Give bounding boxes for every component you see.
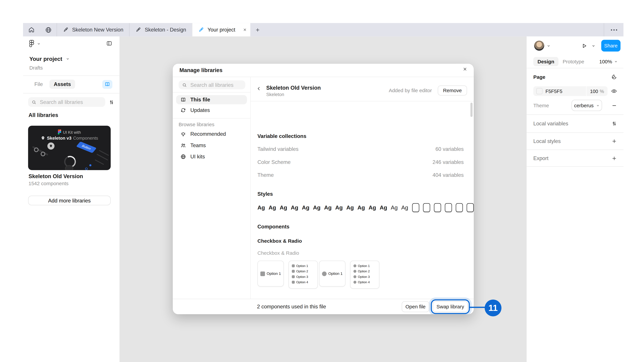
refresh-icon xyxy=(180,107,186,113)
chevron-down-icon xyxy=(614,60,618,63)
text-style-preview: Ag xyxy=(391,204,398,211)
nav-section-title: Browse libraries xyxy=(178,121,214,127)
panel-toggle-icon[interactable] xyxy=(106,40,112,46)
close-tab-icon[interactable] xyxy=(243,28,247,32)
page-section-header: Page xyxy=(526,68,624,86)
radio-option: Option 3 xyxy=(354,274,379,280)
left-sidebar: Your project Drafts File Assets xyxy=(23,36,120,362)
chevron-down-icon[interactable] xyxy=(547,44,550,48)
modal-scrollbar[interactable] xyxy=(470,103,472,117)
minus-icon[interactable] xyxy=(611,102,617,108)
modal-search[interactable] xyxy=(178,80,245,89)
browse-community-button[interactable] xyxy=(40,23,57,36)
play-icon[interactable] xyxy=(581,42,588,49)
tab-assets[interactable]: Assets xyxy=(50,80,75,89)
file-pen-icon xyxy=(63,27,69,33)
theme-select[interactable]: cerberus xyxy=(572,100,602,111)
sliders-icon[interactable] xyxy=(611,121,617,126)
radio-icon xyxy=(354,265,356,268)
chevron-down-icon[interactable] xyxy=(592,44,596,48)
nav-item-teams[interactable]: Teams xyxy=(176,141,247,150)
thumbnail-line2: Skeleton v3 Components xyxy=(28,135,111,140)
nav-item-ui-kits[interactable]: UI kits xyxy=(176,152,247,161)
new-tab-button[interactable] xyxy=(250,23,265,36)
option-label: Option 2 xyxy=(358,270,370,273)
section-local-variables[interactable]: Local variables xyxy=(526,115,624,133)
remove-button[interactable]: Remove xyxy=(438,85,467,95)
thumbnail-line1: UI Kit with xyxy=(28,130,111,135)
option-label: Option 1 xyxy=(328,272,342,276)
option-label: Option 1 xyxy=(358,264,370,268)
divider xyxy=(526,111,624,115)
thumbnail-art xyxy=(90,164,92,166)
component-card-checkbox-single[interactable]: Option 1 xyxy=(258,261,284,287)
tab-label: Skeleton - Design xyxy=(145,27,186,33)
tab-file[interactable]: File xyxy=(30,80,47,89)
close-icon[interactable] xyxy=(462,67,468,72)
swap-library-button[interactable]: Swap library xyxy=(433,301,468,312)
detail-scroll-area[interactable]: Variable collections Tailwind variables … xyxy=(251,101,474,299)
libraries-button[interactable] xyxy=(102,80,112,89)
modal-search-input[interactable] xyxy=(190,81,242,88)
main-menu-button[interactable] xyxy=(29,40,41,48)
tab-prototype[interactable]: Prototype xyxy=(558,57,588,66)
home-button[interactable] xyxy=(23,23,40,36)
page-opacity-field[interactable]: 100 % xyxy=(587,86,608,96)
component-card-radio-single[interactable]: Option 1 xyxy=(319,261,346,287)
nav-item-updates[interactable]: Updates xyxy=(176,106,247,115)
plus-icon[interactable] xyxy=(611,138,617,144)
plus-icon[interactable] xyxy=(611,155,617,161)
add-libraries-button[interactable]: Add more libraries xyxy=(28,196,111,205)
more-icon xyxy=(611,29,617,30)
library-detail-panel: Skeleton Old Version Skeleton Added by f… xyxy=(251,77,474,300)
checkbox-icon xyxy=(292,265,295,268)
tab-design[interactable]: Design xyxy=(533,57,558,66)
variable-row: Color Scheme 246 variables xyxy=(258,159,464,165)
color-swatch[interactable] xyxy=(536,88,543,94)
book-icon xyxy=(104,81,110,87)
radio-icon xyxy=(354,270,356,273)
page-color-field[interactable]: F5F5F5 xyxy=(533,86,586,96)
tab-skeleton-new-version[interactable]: Skeleton New Version xyxy=(57,23,129,36)
search-input[interactable] xyxy=(39,99,102,105)
section-export[interactable]: Export xyxy=(526,150,624,167)
library-thumbnail[interactable]: UI Kit with Skeleton v3 Components xyxy=(28,126,111,170)
right-sidebar: Share Design Prototype 100% Page xyxy=(526,36,624,362)
radio-option: Option 1 xyxy=(354,263,379,269)
library-meta: 1542 components xyxy=(28,181,68,187)
nav-item-recommended[interactable]: Recommended xyxy=(176,130,247,139)
tab-your-project[interactable]: Your project xyxy=(192,23,250,36)
share-button[interactable]: Share xyxy=(601,40,620,52)
project-title[interactable]: Your project xyxy=(29,56,70,62)
filter-icon[interactable] xyxy=(109,99,114,105)
tab-skeleton-design[interactable]: Skeleton - Design xyxy=(129,23,192,36)
topbar: Skeleton New Version Skeleton - Design Y… xyxy=(23,23,624,36)
option-label: Option 1 xyxy=(296,264,308,268)
library-name[interactable]: Skeleton Old Version xyxy=(28,173,83,179)
open-file-button[interactable]: Open file xyxy=(402,301,429,312)
checkbox-option: Option 2 xyxy=(292,269,318,274)
canvas[interactable]: Manage libraries xyxy=(120,36,527,362)
modal-header: Manage libraries xyxy=(173,64,474,77)
modal-title: Manage libraries xyxy=(180,67,222,73)
uikits-globe-icon xyxy=(180,154,186,160)
thumbnail-art xyxy=(85,168,88,170)
mode-tabs: Design Prototype 100% xyxy=(526,55,624,68)
option-label: Option 1 xyxy=(267,272,281,276)
avatar[interactable] xyxy=(534,41,544,51)
component-card-radio-list[interactable]: Option 1Option 2Option 3Option 4 xyxy=(350,261,380,289)
figma-app: Skeleton New Version Skeleton - Design Y… xyxy=(0,0,644,362)
pages-icon[interactable] xyxy=(611,74,617,80)
back-icon[interactable] xyxy=(256,86,261,91)
grid-style-swatch xyxy=(412,203,419,212)
sidebar-search[interactable] xyxy=(28,97,105,107)
more-menu-button[interactable] xyxy=(604,23,624,36)
app-window: Skeleton New Version Skeleton - Design Y… xyxy=(23,23,624,362)
text-style-preview: Ag xyxy=(313,204,320,211)
section-local-styles[interactable]: Local styles xyxy=(526,133,624,150)
zoom-control[interactable]: 100% xyxy=(599,58,618,64)
eye-icon[interactable] xyxy=(611,88,617,94)
component-card-checkbox-list[interactable]: Option 1Option 2Option 3Option 4 xyxy=(288,261,318,289)
nav-item-this-file[interactable]: This file xyxy=(176,95,247,104)
checkbox-option: Option 1 xyxy=(260,271,281,276)
